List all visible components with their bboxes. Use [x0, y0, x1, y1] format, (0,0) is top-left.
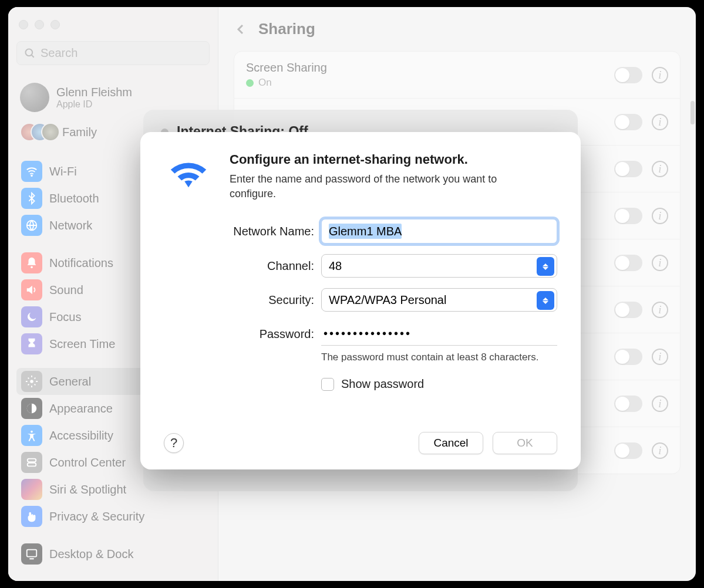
- select-stepper-icon: [537, 291, 554, 310]
- show-password-label: Show password: [341, 377, 424, 391]
- network-name-input[interactable]: Glemm1 MBA: [321, 219, 557, 244]
- network-name-value: Glemm1 MBA: [329, 224, 402, 239]
- dialog-title: Configure an internet-sharing network.: [230, 152, 511, 167]
- network-name-label: Network Name:: [211, 225, 321, 238]
- show-password-checkbox[interactable]: [321, 378, 334, 391]
- cancel-button[interactable]: Cancel: [419, 432, 483, 454]
- ok-label: OK: [517, 437, 533, 450]
- configure-network-dialog: Configure an internet-sharing network. E…: [140, 132, 581, 469]
- help-button[interactable]: ?: [164, 433, 184, 453]
- password-value: •••••••••••••••: [324, 327, 412, 340]
- dialog-subtitle: Enter the name and password of the netwo…: [230, 172, 511, 201]
- help-label: ?: [170, 435, 177, 451]
- security-value: WPA2/WPA3 Personal: [329, 293, 446, 307]
- password-input[interactable]: •••••••••••••••: [321, 322, 557, 346]
- security-select[interactable]: WPA2/WPA3 Personal: [321, 288, 557, 312]
- dialog-form: Network Name: Glemm1 MBA Channel: 48 Se: [164, 219, 557, 391]
- wifi-large-icon: [164, 152, 213, 193]
- ok-button[interactable]: OK: [493, 432, 557, 454]
- channel-label: Channel:: [211, 259, 321, 273]
- security-label: Security:: [211, 293, 321, 307]
- channel-select[interactable]: 48: [321, 254, 557, 278]
- select-stepper-icon: [537, 257, 554, 276]
- cancel-label: Cancel: [433, 437, 468, 450]
- channel-value: 48: [329, 259, 342, 273]
- password-hint: The password must contain at least 8 cha…: [321, 352, 557, 363]
- system-settings-window: Search Glenn Fleishm Apple ID Family Wi-…: [8, 7, 696, 581]
- password-label: Password:: [211, 327, 321, 341]
